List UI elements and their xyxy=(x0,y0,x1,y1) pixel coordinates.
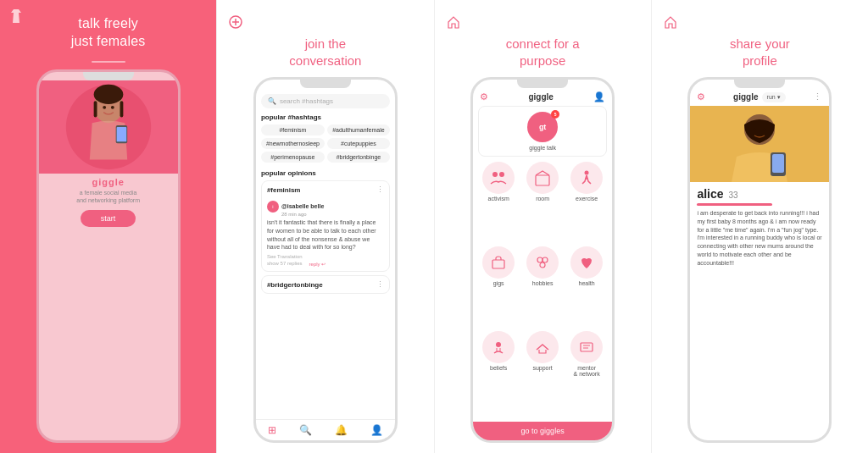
person-icon-3[interactable]: 👤 xyxy=(593,91,605,102)
svg-point-27 xyxy=(763,128,766,131)
settings-icon[interactable]: ⚙ xyxy=(480,91,488,102)
giggle-talk-label: giggle talk xyxy=(484,145,601,151)
hashtag-bridgertonbinge[interactable]: #bridgertonbinge xyxy=(327,152,390,163)
category-grid: activism room exercise xyxy=(473,162,612,418)
svg-point-26 xyxy=(753,128,756,131)
home-icon-4 xyxy=(660,15,677,32)
opinions-section: popular opinions #feminism ⋮ i @isabelle… xyxy=(261,169,390,297)
app-name-3: giggle xyxy=(528,92,553,102)
opinion-2-hashtag: #bridgertonbinge xyxy=(267,281,323,289)
settings-icon-4[interactable]: ⚙ xyxy=(697,91,705,102)
phone-2-content: 🔍 search #hashtags popular #hashtags #fe… xyxy=(256,88,395,419)
hashtag-perimenopause[interactable]: #perimenopause xyxy=(261,152,325,163)
more-icon-2[interactable]: ⋮ xyxy=(376,280,384,289)
gt-circle: gt 5 xyxy=(527,112,558,142)
profile-bio: i am desperate to get back into running!… xyxy=(697,209,822,268)
hashtag-feminism[interactable]: #feminism xyxy=(261,124,325,135)
gigs-label: gigs xyxy=(493,280,504,286)
svg-rect-14 xyxy=(536,175,549,185)
gigs-icon xyxy=(482,246,515,279)
panel-connect-purpose: connect for apurpose ⚙ giggle 👤 gt 5 gig… xyxy=(435,0,652,453)
category-hobbies[interactable]: hobbies xyxy=(522,246,563,328)
svg-point-18 xyxy=(542,257,548,262)
phone-4-header: ⚙ giggle run ▾ ⋮ xyxy=(690,88,829,106)
nav-bell[interactable]: 🔔 xyxy=(335,424,348,436)
nav-home[interactable]: ⊞ xyxy=(268,424,276,436)
panel-share-profile: share yourprofile ⚙ giggle run ▾ ⋮ xyxy=(652,0,868,453)
profile-name: alice xyxy=(697,187,723,201)
more-icon-4[interactable]: ⋮ xyxy=(813,91,822,102)
svg-point-6 xyxy=(111,106,114,109)
opinion-1-actions: See Translation xyxy=(267,254,384,259)
giggle-logo: giggle xyxy=(44,177,173,187)
bottom-nav-2: ⊞ 🔍 🔔 👤 xyxy=(256,419,395,440)
phone-3-header: ⚙ giggle 👤 xyxy=(473,88,612,106)
category-gigs[interactable]: gigs xyxy=(478,246,519,328)
health-label: health xyxy=(579,280,595,286)
category-activism[interactable]: activism xyxy=(478,162,519,243)
giggle-tagline: a female social mediaand networking plat… xyxy=(44,189,173,206)
see-translation[interactable]: See Translation xyxy=(267,254,303,259)
exercise-icon xyxy=(570,162,603,194)
svg-rect-3 xyxy=(93,101,97,117)
room-label: room xyxy=(536,196,549,202)
phone-notch-4 xyxy=(734,80,785,88)
svg-point-2 xyxy=(93,84,123,103)
svg-rect-16 xyxy=(492,260,504,268)
hobbies-icon xyxy=(526,246,559,279)
user-avatar-isabelle: i xyxy=(267,201,279,213)
svg-rect-8 xyxy=(116,127,126,141)
search-placeholder: search #hashtags xyxy=(280,97,333,105)
phone-1-bottom: giggle a female social mediaand networki… xyxy=(39,174,178,233)
dress-icon xyxy=(10,8,22,27)
giggle-talk-card[interactable]: gt 5 giggle talk xyxy=(478,106,607,157)
phone-notch-2 xyxy=(300,80,351,88)
svg-point-5 xyxy=(103,106,106,109)
phone-mockup-4: ⚙ giggle run ▾ ⋮ xyxy=(687,77,832,443)
reply-button[interactable]: reply ↩ xyxy=(309,261,326,267)
panel-1-divider xyxy=(92,61,125,63)
activism-icon xyxy=(482,162,515,194)
nav-user[interactable]: 👤 xyxy=(370,424,383,436)
category-beliefs[interactable]: beliefs xyxy=(478,331,519,418)
exercise-label: exercise xyxy=(576,196,598,202)
go-to-giggles-button[interactable]: go to giggles xyxy=(473,422,612,440)
profile-info: alice 33 i am desperate to get back into… xyxy=(690,182,829,273)
more-icon[interactable]: ⋮ xyxy=(376,185,384,194)
health-icon xyxy=(570,246,603,279)
svg-point-13 xyxy=(499,172,504,177)
nav-search[interactable]: 🔍 xyxy=(299,424,312,436)
svg-rect-4 xyxy=(120,101,123,117)
run-tag[interactable]: run ▾ xyxy=(762,92,786,102)
opinion-1-hashtag: #feminism xyxy=(267,186,301,194)
hashtag-adulthumanfemale[interactable]: #adulthumanfemale xyxy=(327,124,390,135)
mentor-label: mentor & network xyxy=(574,365,600,377)
panel-2-title: join theconversation xyxy=(289,36,361,69)
room-icon xyxy=(526,162,559,194)
search-bar[interactable]: 🔍 search #hashtags xyxy=(261,94,390,108)
category-room[interactable]: room xyxy=(522,162,563,243)
category-mentor[interactable]: mentor & network xyxy=(566,331,607,418)
hashtag-newmothernosleep[interactable]: #newmothernosleep xyxy=(261,138,325,149)
svg-point-17 xyxy=(537,257,542,262)
svg-point-20 xyxy=(496,342,501,347)
post-time: 28 min ago xyxy=(281,212,324,217)
category-exercise[interactable]: exercise xyxy=(566,162,607,243)
support-icon xyxy=(526,331,559,363)
phone-mockup-2: 🔍 search #hashtags popular #hashtags #fe… xyxy=(253,77,398,443)
popular-opinions-label: popular opinions xyxy=(261,169,390,177)
search-icon-small: 🔍 xyxy=(268,97,276,105)
profile-image xyxy=(690,106,829,182)
phone-mockup-1: giggle a female social mediaand networki… xyxy=(36,69,181,443)
phone-mockup-3: ⚙ giggle 👤 gt 5 giggle talk activism xyxy=(470,77,615,443)
show-replies[interactable]: show 57 replies xyxy=(267,261,303,267)
panel-4-title: share yourprofile xyxy=(730,36,790,69)
panel-join-conversation: join theconversation 🔍 search #hashtags … xyxy=(216,0,434,453)
opinion-1-user: i @isabelle belle 28 min ago xyxy=(267,196,384,217)
start-button[interactable]: start xyxy=(81,210,136,227)
category-support[interactable]: support xyxy=(522,331,563,418)
category-health[interactable]: health xyxy=(566,246,607,328)
svg-point-19 xyxy=(540,262,545,268)
opinion-card-1: #feminism ⋮ i @isabelle belle 28 min ago… xyxy=(261,180,390,272)
hashtag-cutepuppies[interactable]: #cutepuppies xyxy=(327,138,390,149)
